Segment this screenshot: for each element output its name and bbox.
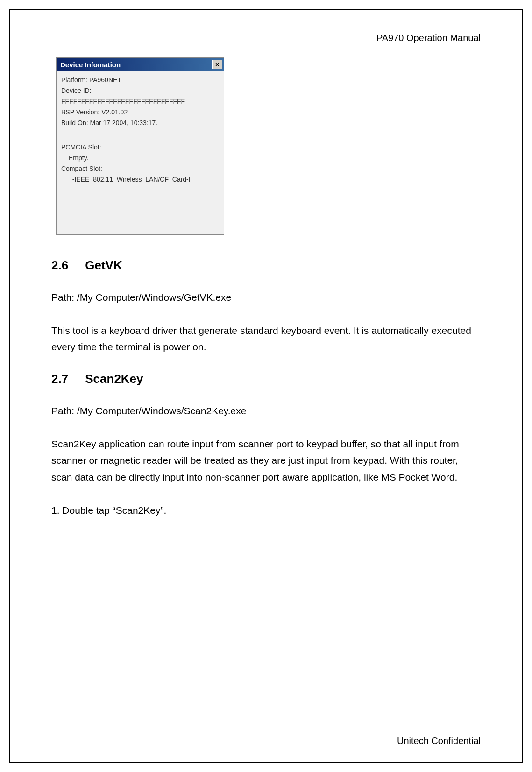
getvk-path: Path: /My Computer/Windows/GetVK.exe — [51, 289, 481, 306]
compact-label: Compact Slot: — [61, 164, 219, 173]
scan2key-step1: 1. Double tap “Scan2Key”. — [51, 502, 481, 519]
compact-value: _-IEEE_802.11_Wireless_LAN/CF_Card-I — [61, 175, 219, 184]
section-number: 2.7 — [51, 372, 82, 386]
window-body: Platform: PA960NET Device ID: FFFFFFFFFF… — [57, 71, 224, 234]
pcmcia-value: Empty. — [61, 154, 219, 163]
bsp-version: BSP Version: V2.01.02 — [61, 108, 219, 117]
page-header: PA970 Operation Manual — [51, 33, 481, 43]
device-id-label: Device ID: — [61, 86, 219, 95]
getvk-body: This tool is a keyboard driver that gene… — [51, 322, 481, 355]
close-icon[interactable]: × — [212, 60, 222, 69]
pcmcia-label: PCMCIA Slot: — [61, 143, 219, 152]
device-info-window: Device Infomation × Platform: PA960NET D… — [56, 57, 224, 235]
build-on: Build On: Mar 17 2004, 10:33:17. — [61, 119, 219, 127]
section-heading-scan2key: 2.7 Scan2Key — [51, 372, 481, 386]
scan2key-path: Path: /My Computer/Windows/Scan2Key.exe — [51, 403, 481, 419]
page-content: PA970 Operation Manual Device Infomation… — [19, 19, 513, 753]
scan2key-body: Scan2Key application can route input fro… — [51, 436, 481, 486]
section-number: 2.6 — [51, 258, 82, 273]
section-title: GetVK — [85, 258, 122, 272]
window-titlebar: Device Infomation × — [57, 58, 224, 71]
window-title: Device Infomation — [60, 61, 121, 69]
section-heading-getvk: 2.6 GetVK — [51, 258, 481, 273]
page-footer: Unitech Confidential — [397, 736, 481, 746]
platform-line: Platform: PA960NET — [61, 76, 219, 85]
device-id-value: FFFFFFFFFFFFFFFFFFFFFFFFFFFFFFF — [61, 97, 219, 106]
section-title: Scan2Key — [85, 372, 143, 386]
